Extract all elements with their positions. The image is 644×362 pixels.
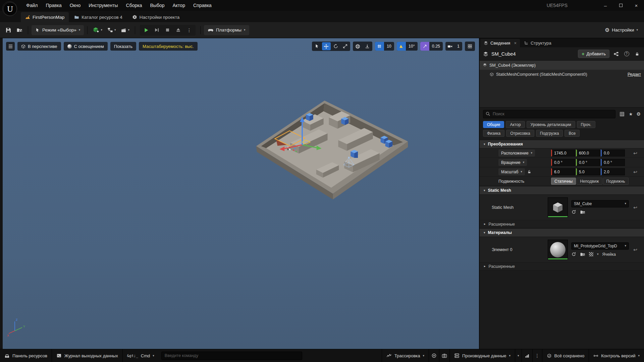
rotation-x-field[interactable]: 0.0 ° xyxy=(551,159,575,166)
material-combo[interactable]: MI_PrototypeGrid_TopD ▾ xyxy=(571,242,629,250)
maximize-button[interactable] xyxy=(613,0,629,11)
use-selected-icon[interactable] xyxy=(571,252,576,257)
scale-snap-control[interactable]: 0.25 xyxy=(420,42,443,51)
viewport-layout-button[interactable] xyxy=(466,42,474,50)
unreal-logo-icon[interactable]: U xyxy=(2,1,17,16)
static-mesh-combo[interactable]: SM_Cube ▾ xyxy=(571,200,629,207)
menu-actor[interactable]: Актор xyxy=(168,0,189,11)
play-options-kebab[interactable]: ⋮ xyxy=(184,25,194,35)
add-component-button[interactable]: + Добавить xyxy=(578,50,609,58)
scale-tool-button[interactable] xyxy=(341,42,350,50)
camera-speed-control[interactable]: 1 xyxy=(445,42,462,51)
grid-snap-control[interactable]: 10 xyxy=(375,42,394,51)
scale-lock-button[interactable] xyxy=(527,170,531,174)
browse-to-asset-icon[interactable] xyxy=(580,252,585,257)
rotation-snap-control[interactable]: 10° xyxy=(397,42,418,51)
scale-z-field[interactable]: 2.0 xyxy=(601,168,625,175)
edit-blueprint-button[interactable] xyxy=(612,51,620,57)
cmd-dropdown[interactable]: &gt;_ Cmd ▾ xyxy=(123,349,159,362)
output-log-button[interactable]: Журнал выходных данных xyxy=(52,349,123,362)
world-space-toggle[interactable] xyxy=(354,42,362,50)
menu-edit[interactable]: Правка xyxy=(42,0,65,11)
filter-physics[interactable]: Физика xyxy=(483,130,504,137)
rotation-z-field[interactable]: 0.0 ° xyxy=(601,159,625,166)
section-static-mesh[interactable]: ▾ Static Mesh xyxy=(480,186,644,195)
location-z-field[interactable]: 0.0 xyxy=(601,149,625,157)
mobility-static[interactable]: Статичны xyxy=(551,178,576,185)
tree-row-actor[interactable]: SM_Cube4 (Экземпляр) xyxy=(480,61,644,70)
help-button[interactable]: ? xyxy=(623,51,630,57)
static-mesh-thumbnail[interactable] xyxy=(548,197,568,218)
texture-icon[interactable] xyxy=(589,252,593,256)
scalability-warning[interactable]: Масштабируемость: выс. xyxy=(139,42,198,51)
filter-all[interactable]: Все xyxy=(565,130,580,137)
reset-material-icon[interactable]: ↩ xyxy=(632,247,639,252)
display-settings-icon[interactable] xyxy=(619,111,625,117)
reset-scale-icon[interactable]: ↩ xyxy=(632,170,639,174)
browse-to-asset-icon[interactable] xyxy=(580,209,585,215)
viewport-options-button[interactable] xyxy=(6,42,15,51)
source-control-dropdown[interactable]: Контроль версий ▾ xyxy=(589,349,644,362)
mobility-movable[interactable]: Подвижнь xyxy=(603,178,629,185)
tab-outliner[interactable]: Структура xyxy=(521,39,555,47)
rotation-y-field[interactable]: 0.0 ° xyxy=(576,159,600,166)
rotation-snap-value[interactable]: 10° xyxy=(406,42,418,51)
chevron-down-icon[interactable]: ▾ xyxy=(597,253,599,256)
level-viewport[interactable]: В перспективе С освещением Показать Масш… xyxy=(3,38,479,349)
grid-snap-icon[interactable] xyxy=(375,42,384,51)
derived-data-extra-dropdown[interactable]: ▾ xyxy=(515,349,522,362)
menu-select[interactable]: Выбор xyxy=(146,0,168,11)
scale-snap-value[interactable]: 0.25 xyxy=(429,42,443,51)
location-x-field[interactable]: 1745.0 xyxy=(551,149,575,157)
tab-project-settings[interactable]: Настройки проекта xyxy=(128,12,184,22)
minimize-button[interactable]: – xyxy=(598,0,613,11)
menu-build[interactable]: Сборка xyxy=(122,0,146,11)
cell-label[interactable]: Ячейка xyxy=(602,252,616,257)
scale-snap-icon[interactable] xyxy=(420,42,429,51)
filter-misc[interactable]: Проч. xyxy=(577,121,595,128)
location-y-field[interactable]: 600.0 xyxy=(576,149,600,157)
move-tool-button[interactable] xyxy=(322,42,331,50)
filter-general[interactable]: Общие xyxy=(483,121,504,128)
stop-button[interactable] xyxy=(163,25,173,35)
filter-actor[interactable]: Актор xyxy=(506,121,525,128)
mobility-stationary[interactable]: Неподвиж xyxy=(577,178,602,185)
use-selected-icon[interactable] xyxy=(571,209,576,215)
close-button[interactable]: × xyxy=(629,0,644,11)
trace-record-button[interactable] xyxy=(429,349,439,362)
material-thumbnail[interactable] xyxy=(548,240,568,260)
menu-file[interactable]: Файл xyxy=(22,0,42,11)
settings-dropdown[interactable]: ⚙ Настройки ▾ xyxy=(605,27,641,33)
blueprints-dropdown[interactable]: ▾ xyxy=(105,25,118,36)
resource-usage-button[interactable] xyxy=(522,349,532,362)
reset-static-mesh-icon[interactable]: ↩ xyxy=(632,205,639,210)
advanced-row-static-mesh[interactable]: ▸ Расширенные xyxy=(480,220,644,228)
frame-skip-button[interactable] xyxy=(152,25,162,35)
filter-lod[interactable]: Уровень детализации xyxy=(527,121,575,128)
camera-icon[interactable] xyxy=(445,42,454,51)
favorites-star-icon[interactable]: ★ xyxy=(629,112,633,116)
scale-y-field[interactable]: 5.0 xyxy=(576,168,600,175)
reset-location-icon[interactable]: ↩ xyxy=(632,151,639,156)
menu-help[interactable]: Справка xyxy=(189,0,216,11)
search-input[interactable] xyxy=(483,110,615,118)
play-button[interactable] xyxy=(141,25,151,35)
rotate-tool-button[interactable] xyxy=(331,42,340,50)
derived-data-dropdown[interactable]: Производные данные ▾ xyxy=(449,349,515,362)
angle-snap-icon[interactable] xyxy=(397,42,406,51)
grid-snap-value[interactable]: 10 xyxy=(384,42,394,51)
details-settings-gear-icon[interactable]: ⚙ xyxy=(636,112,641,116)
advanced-row-materials[interactable]: ▸ Расширенные xyxy=(480,262,644,270)
add-actor-dropdown[interactable]: ▾ xyxy=(91,25,104,36)
filter-streaming[interactable]: Подгрузка xyxy=(536,130,563,137)
surface-snap-toggle[interactable] xyxy=(363,42,372,50)
browse-content-button[interactable] xyxy=(14,25,24,36)
lock-details-button[interactable] xyxy=(633,51,641,57)
platforms-dropdown[interactable]: Платформы ▾ xyxy=(204,25,249,35)
section-transform[interactable]: ▾ Преобразования xyxy=(480,140,644,148)
tab-firstpersonmap[interactable]: FirstPersonMap xyxy=(21,12,69,22)
edit-link[interactable]: Редакт xyxy=(628,72,641,77)
tab-content-browser[interactable]: Каталог ресурсов 4 xyxy=(70,12,127,22)
trace-screenshot-button[interactable] xyxy=(439,349,449,362)
status-kebab-button[interactable]: ⋮ xyxy=(532,349,542,362)
